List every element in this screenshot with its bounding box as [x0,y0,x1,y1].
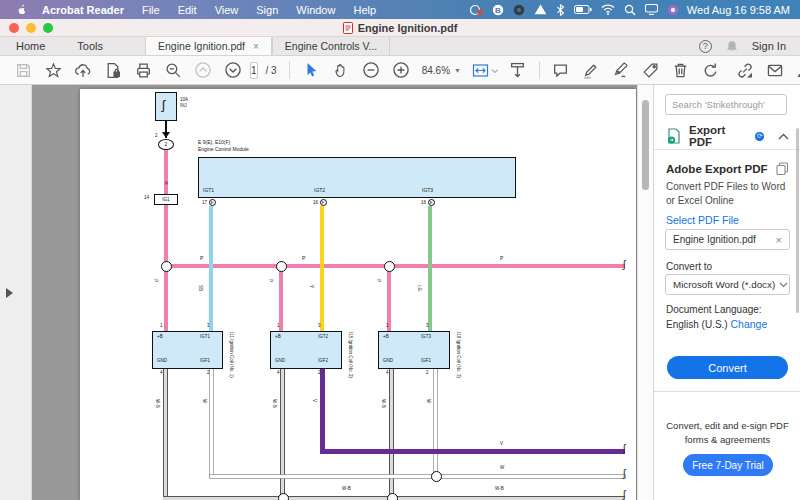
print-icon[interactable] [130,58,156,82]
menu-item-window[interactable]: Window [296,4,335,16]
wire-label: 2 [207,371,210,376]
wire-label: 2 [318,371,321,376]
notifications-bell-icon[interactable] [726,40,738,53]
wire-junction [384,261,395,272]
highlight-icon[interactable] [578,58,604,82]
zoom-plus-icon[interactable] [388,58,414,82]
screen-record-icon[interactable] [469,4,483,16]
export-pdf-header[interactable]: Export PDF ⟳ [654,123,800,150]
menu-item-help[interactable]: Help [353,4,376,16]
wire-label: IGT3 [421,335,431,340]
wifi-icon[interactable] [601,4,615,15]
change-language-link[interactable]: Change [730,318,767,330]
document-tab[interactable]: Engine Controls V... [272,37,390,55]
main-area: IG1217E16F16Eʃ10AINJ2»14E 9(E), E10(F)En… [0,85,800,500]
wire [164,264,625,268]
save-icon[interactable] [10,58,36,82]
copy-pages-icon[interactable] [776,162,789,175]
select-pdf-file-link[interactable]: Select PDF File [666,214,739,226]
menu-item-sign[interactable]: Sign [256,4,278,16]
document-language-label: Document Language: [666,304,762,315]
menu-clock[interactable]: Wed Aug 16 9:58 AM [687,4,790,16]
spotlight-search-icon[interactable] [624,4,636,16]
fit-width-icon[interactable] [469,58,501,82]
wire-label: GND [157,359,167,364]
wire-label: P [268,279,273,282]
comment-icon[interactable] [548,58,574,82]
expand-pane-arrow-icon[interactable] [6,288,13,298]
wire-label: 3 [318,324,321,329]
wire [209,206,213,331]
email-icon[interactable] [762,58,788,82]
continuation-mark: ʃ [623,468,625,479]
wire-label: W [202,399,207,403]
wire-label: W-B [495,487,504,492]
zoom-out-glass-icon[interactable] [160,58,186,82]
wire-label: LG [417,285,422,291]
apple-menu-icon[interactable] [16,3,28,17]
document-tab-active[interactable]: Engine Ignition.pdf × [145,37,272,55]
sign-icon[interactable] [608,58,634,82]
hand-pan-icon[interactable] [328,58,354,82]
status-icons: B [469,4,679,16]
format-select[interactable]: Microsoft Word (*.docx) [665,274,790,295]
white-wire [210,369,213,477]
close-tab-icon[interactable]: × [253,41,259,52]
wire-label: W [500,466,504,471]
wire-label: INJ [180,104,187,109]
menu-item-view[interactable]: View [215,4,239,16]
wire-label: W-B [342,487,351,492]
convert-button[interactable]: Convert [667,356,788,379]
remove-file-icon[interactable]: × [776,234,782,246]
display-icon[interactable] [645,4,658,15]
menu-app-name[interactable]: Acrobat Reader [42,4,124,16]
menu-item-edit[interactable]: Edit [178,4,197,16]
wire [164,150,168,331]
help-icon[interactable]: ? [699,40,712,53]
page-down-icon[interactable] [220,58,246,82]
window-title-bar: Engine Ignition.pdf [0,19,800,37]
sign-in-button[interactable]: Sign In [752,40,786,52]
share-cloud-icon[interactable] [70,58,96,82]
sidebar-scrollbar-thumb[interactable] [796,128,799,313]
zoom-level-dropdown[interactable]: 84.6%▼ [418,65,465,76]
white-wire [434,369,437,477]
zoom-minus-icon[interactable] [358,58,384,82]
select-cursor-icon[interactable] [298,58,324,82]
wire-label: 4 [277,371,280,376]
purple-wire [320,369,325,454]
page-lock-icon[interactable] [100,58,126,82]
bluetooth-icon[interactable] [556,4,565,16]
b-app-icon[interactable]: B [492,4,504,16]
dark-app-icon[interactable] [513,4,525,16]
page-number-input[interactable]: 1 [250,62,258,79]
free-trial-button[interactable]: Free 7-Day Trial [683,454,773,476]
tab-home[interactable]: Home [0,37,61,55]
delete-icon[interactable] [668,58,694,82]
star-favorite-icon[interactable] [40,58,66,82]
search-tools-input[interactable] [665,94,787,115]
link-icon[interactable] [732,58,758,82]
scroll-mode-icon[interactable] [505,58,531,82]
rotate-icon[interactable] [698,58,724,82]
selected-file-box: Engine Ignition.pdf × [665,229,790,250]
purple-app-icon[interactable] [667,4,679,16]
wire-label: W-B [381,399,386,408]
add-account-icon[interactable] [792,58,800,82]
component-box: IG1 [154,194,178,205]
chevron-down-icon [779,282,788,288]
wire-label: SB [198,285,203,291]
scrollbar-thumb[interactable] [642,100,649,190]
svg-text:B: B [495,5,501,14]
tab-tools[interactable]: Tools [61,37,119,55]
page-up-icon[interactable] [190,58,216,82]
menu-item-file[interactable]: File [142,4,160,16]
triangle-icon[interactable] [534,4,547,15]
document-scrollbar[interactable] [637,85,653,500]
battery-icon[interactable] [574,5,592,14]
sidebar-divider [654,391,800,392]
purple-wire [320,449,625,454]
collapse-chevron-icon[interactable] [778,133,789,140]
fill-sign-icon[interactable] [638,58,664,82]
tab-label: Engine Ignition.pdf [158,40,245,52]
